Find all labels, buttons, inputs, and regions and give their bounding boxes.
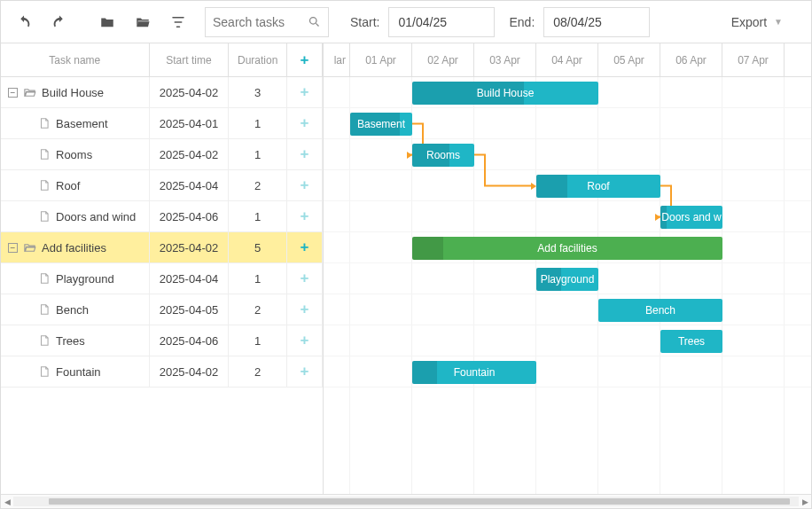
search-input-wrap[interactable] <box>205 7 329 37</box>
timeline-header-cell[interactable]: 05 Apr <box>598 43 660 76</box>
task-name-cell[interactable]: Playground <box>1 263 150 294</box>
gantt-bar[interactable]: Doors and w <box>660 206 722 229</box>
task-name-cell[interactable]: Trees <box>1 325 150 356</box>
grid-row[interactable]: Doors and wind2025-04-061+ <box>1 201 323 232</box>
gantt-bar[interactable]: Bench <box>598 299 722 322</box>
task-add-cell[interactable]: + <box>287 108 323 138</box>
task-name-cell[interactable]: Doors and wind <box>1 201 150 231</box>
task-add-cell[interactable]: + <box>287 139 323 169</box>
collapse-toggle[interactable]: − <box>8 88 18 98</box>
task-start-cell[interactable]: 2025-04-06 <box>150 325 230 356</box>
task-start-cell[interactable]: 2025-04-01 <box>150 108 230 138</box>
scroll-thumb[interactable] <box>49 498 790 505</box>
task-start-cell[interactable]: 2025-04-02 <box>150 356 230 387</box>
col-header-add[interactable]: + <box>287 43 323 76</box>
gantt-bar[interactable]: Fountain <box>412 361 536 384</box>
plus-icon[interactable]: + <box>301 301 309 318</box>
gantt-bar[interactable]: Trees <box>660 330 722 353</box>
grid-row[interactable]: −Add facilities2025-04-025+ <box>1 232 323 263</box>
plus-icon[interactable]: + <box>301 176 309 194</box>
task-add-cell[interactable]: + <box>287 356 323 387</box>
task-duration-cell[interactable]: 2 <box>229 356 287 387</box>
task-duration-cell[interactable]: 1 <box>229 201 287 231</box>
gantt-bar[interactable]: Basement <box>350 113 412 136</box>
task-duration-cell[interactable]: 1 <box>229 263 287 294</box>
task-add-cell[interactable]: + <box>287 77 323 107</box>
timeline-header-cell[interactable]: 03 Apr <box>474 43 536 76</box>
search-input[interactable] <box>213 15 308 29</box>
task-add-cell[interactable]: + <box>287 170 323 200</box>
redo-button[interactable] <box>43 6 75 38</box>
collapse-toggle[interactable]: − <box>8 243 18 253</box>
grid-row[interactable]: Playground2025-04-041+ <box>1 263 323 294</box>
scroll-right-arrow[interactable]: ▶ <box>799 495 811 508</box>
task-add-cell[interactable]: + <box>287 263 323 294</box>
task-name-cell[interactable]: Rooms <box>1 139 150 169</box>
plus-icon[interactable]: + <box>301 270 309 287</box>
grid-row[interactable]: Trees2025-04-061+ <box>1 325 323 356</box>
grid-row[interactable]: Basement2025-04-011+ <box>1 108 323 139</box>
grid-row[interactable]: Fountain2025-04-022+ <box>1 356 323 388</box>
export-button[interactable]: Export ▼ <box>724 15 790 29</box>
task-add-cell[interactable]: + <box>287 232 323 262</box>
grid-row[interactable]: Bench2025-04-052+ <box>1 294 323 325</box>
task-start-cell[interactable]: 2025-04-06 <box>150 201 230 231</box>
task-name-cell[interactable]: Roof <box>1 170 150 200</box>
gantt-bar[interactable]: Build House <box>412 82 598 105</box>
scroll-left-arrow[interactable]: ◀ <box>1 495 13 508</box>
task-duration-cell[interactable]: 1 <box>229 108 287 138</box>
grid-row[interactable]: Rooms2025-04-021+ <box>1 139 323 170</box>
timeline-header-cell[interactable]: 07 Apr <box>722 43 785 76</box>
task-duration-cell[interactable]: 3 <box>229 77 287 107</box>
plus-icon[interactable]: + <box>301 239 309 256</box>
grid-row[interactable]: Roof2025-04-042+ <box>1 170 323 201</box>
task-duration-cell[interactable]: 5 <box>229 232 287 262</box>
filter-icon[interactable] <box>162 6 194 38</box>
task-duration-cell[interactable]: 2 <box>229 170 287 200</box>
start-date-input[interactable]: 01/04/25 <box>388 7 495 37</box>
col-header-duration[interactable]: Duration <box>229 43 287 76</box>
task-start-cell[interactable]: 2025-04-02 <box>150 139 230 169</box>
task-add-cell[interactable]: + <box>287 294 323 325</box>
col-header-start[interactable]: Start time <box>150 43 230 76</box>
task-duration-cell[interactable]: 2 <box>229 294 287 325</box>
task-start-cell[interactable]: 2025-04-02 <box>150 232 230 262</box>
gantt-bar[interactable]: Rooms <box>412 144 474 167</box>
grid-row[interactable]: −Build House2025-04-023+ <box>1 77 323 108</box>
task-start-cell[interactable]: 2025-04-05 <box>150 294 230 325</box>
undo-button[interactable] <box>8 6 40 38</box>
timeline-header-cell[interactable]: lar <box>324 43 350 76</box>
gantt-bar[interactable]: Playground <box>536 268 598 291</box>
horizontal-scrollbar[interactable]: ◀ ▶ <box>1 494 811 508</box>
timeline-header-cell[interactable]: 06 Apr <box>660 43 722 76</box>
folder-open-icon[interactable] <box>127 6 159 38</box>
plus-icon[interactable]: + <box>301 363 309 380</box>
task-name-cell[interactable]: Basement <box>1 108 150 138</box>
col-header-name[interactable]: Task name <box>1 43 150 76</box>
scroll-track[interactable] <box>13 497 799 506</box>
task-name-cell[interactable]: −Add facilities <box>1 232 150 262</box>
task-duration-cell[interactable]: 1 <box>229 139 287 169</box>
task-name-cell[interactable]: Fountain <box>1 356 150 387</box>
timeline-header-cell[interactable]: 04 Apr <box>536 43 598 76</box>
plus-icon[interactable]: + <box>301 114 309 132</box>
timeline-header-cell[interactable]: 01 Apr <box>350 43 412 76</box>
plus-icon[interactable]: + <box>301 332 309 349</box>
task-name-cell[interactable]: −Build House <box>1 77 150 107</box>
task-start-cell[interactable]: 2025-04-02 <box>150 77 230 107</box>
folder-icon[interactable] <box>91 6 123 38</box>
timeline-body[interactable]: Build HouseBasementRoomsRoofDoors and wA… <box>324 77 811 494</box>
task-start-cell[interactable]: 2025-04-04 <box>150 263 230 294</box>
task-name-cell[interactable]: Bench <box>1 294 150 325</box>
task-add-cell[interactable]: + <box>287 325 323 356</box>
task-duration-cell[interactable]: 1 <box>229 325 287 356</box>
plus-icon[interactable]: + <box>301 83 309 101</box>
task-start-cell[interactable]: 2025-04-04 <box>150 170 230 200</box>
timeline-header-cell[interactable]: 02 Apr <box>412 43 474 76</box>
end-date-input[interactable]: 08/04/25 <box>543 7 650 37</box>
gantt-bar[interactable]: Roof <box>536 175 660 198</box>
plus-icon[interactable]: + <box>301 208 309 225</box>
plus-icon[interactable]: + <box>301 145 309 163</box>
task-add-cell[interactable]: + <box>287 201 323 231</box>
gantt-bar[interactable]: Add facilities <box>412 237 722 260</box>
